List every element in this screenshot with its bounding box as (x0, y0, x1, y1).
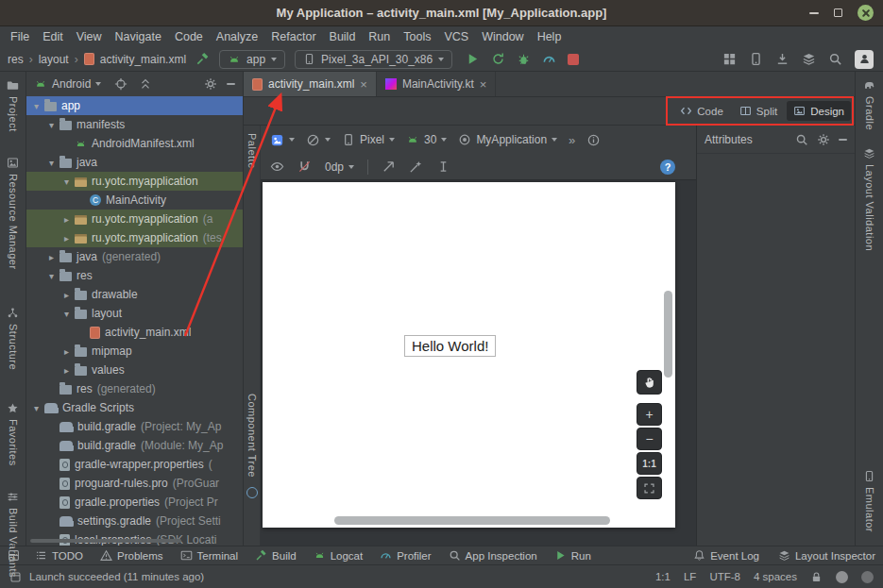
chevron-closed-icon[interactable]: ▸ (60, 233, 73, 244)
tool-window-button-event-log[interactable]: Event Log (693, 549, 759, 562)
pan-button[interactable] (637, 370, 662, 395)
status-circle-icon[interactable] (861, 571, 874, 583)
gear-icon[interactable] (204, 77, 217, 91)
breadcrumb-item[interactable]: activity_main.xml (100, 53, 186, 66)
menu-navigate[interactable]: Navigate (109, 26, 168, 47)
tool-stripe-gradle[interactable]: Gradle (863, 79, 875, 130)
device-manager-icon[interactable] (749, 52, 763, 66)
theme-selector[interactable]: MyApplication (458, 133, 557, 146)
chevron-open-icon[interactable]: ▾ (45, 158, 58, 168)
chevron-closed-icon[interactable]: ▸ (60, 346, 73, 357)
tree-item-res[interactable]: res(generated) (26, 379, 243, 398)
chevron-open-icon[interactable]: ▾ (45, 271, 58, 281)
collapse-all-icon[interactable] (139, 77, 152, 91)
textview-hello-world[interactable]: Hello World! (404, 335, 496, 357)
encoding-widget[interactable]: UTF-8 (709, 571, 740, 582)
tree-item-layout[interactable]: ▾layout (26, 304, 243, 323)
chevron-closed-icon[interactable]: ▸ (60, 365, 73, 376)
tree-item-settings-gradle[interactable]: settings.gradle(Project Setti (26, 512, 243, 530)
tree-item-androidmanifest-xml[interactable]: AndroidManifest.xml (26, 134, 243, 153)
breadcrumb-item[interactable]: layout (39, 53, 69, 66)
tree-item-gradle-scripts[interactable]: ▾Gradle Scripts (26, 398, 243, 417)
menu-tools[interactable]: Tools (397, 26, 437, 47)
close-tab-icon[interactable] (480, 78, 487, 91)
chevron-closed-icon[interactable]: ▸ (60, 214, 73, 225)
magic-wand-icon[interactable] (409, 160, 423, 174)
tree-item-ru-yotc-myapplication[interactable]: ▸ru.yotc.myapplication(tes (26, 228, 243, 247)
tool-window-button-run[interactable]: Run (554, 549, 591, 562)
tree-item-activity-main-xml[interactable]: activity_main.xml (26, 323, 243, 342)
chevron-open-icon[interactable]: ▾ (60, 176, 73, 187)
device-selector[interactable]: Pixel (342, 133, 395, 146)
tool-stripe-project[interactable]: Project (7, 79, 19, 132)
tree-item-app[interactable]: ▾app (26, 96, 243, 115)
menu-vcs[interactable]: VCS (437, 26, 475, 47)
search-icon[interactable] (795, 133, 808, 146)
project-view-selector[interactable]: Android (34, 77, 101, 91)
zoom-in-button[interactable]: + (637, 403, 662, 426)
line-ending-widget[interactable]: LF (684, 571, 696, 582)
tree-item-manifests[interactable]: ▾manifests (26, 115, 243, 134)
tool-window-button-logcat[interactable]: Logcat (314, 549, 364, 562)
tree-item-proguard-rules-pro[interactable]: proguard-rules.pro(ProGuar (26, 474, 243, 493)
hide-panel-icon[interactable] (839, 139, 847, 141)
menu-analyze[interactable]: Analyze (210, 26, 264, 47)
gear-icon[interactable] (817, 133, 830, 146)
tree-item-res[interactable]: ▾res (26, 266, 243, 285)
tree-item-java[interactable]: ▾java (26, 153, 243, 172)
tool-stripe-favorites[interactable]: Favorites (7, 402, 19, 466)
profile-button[interactable] (542, 52, 556, 66)
menu-edit[interactable]: Edit (36, 26, 70, 47)
tree-item-ru-yotc-myapplication[interactable]: ▾ru.yotc.myapplication (26, 172, 243, 191)
menu-run[interactable]: Run (362, 26, 397, 47)
build-project-icon[interactable] (195, 52, 210, 66)
chevron-open-icon[interactable]: ▾ (45, 120, 58, 130)
tree-item-java[interactable]: ▸java(generated) (26, 247, 243, 266)
view-mode-split[interactable]: Split (733, 101, 784, 121)
canvas-hscrollbar[interactable] (334, 516, 610, 525)
guidelines-icon[interactable] (382, 160, 396, 174)
menu-code[interactable]: Code (168, 26, 210, 47)
apply-changes-button[interactable] (491, 52, 505, 66)
tool-stripe-layout-validation[interactable]: Layout Validation (863, 147, 875, 251)
minimize-button[interactable] (809, 12, 819, 14)
tree-item-ru-yotc-myapplication[interactable]: ▸ru.yotc.myapplication(a (26, 210, 243, 228)
tool-windows-icon[interactable] (722, 52, 737, 66)
breadcrumb-item[interactable]: res (8, 53, 24, 66)
chevron-closed-icon[interactable]: ▸ (45, 252, 58, 262)
issues-panel-icon[interactable] (586, 133, 601, 147)
zoom-ratio-widget[interactable]: 1:1 (655, 571, 671, 582)
design-surface-selector[interactable] (270, 133, 295, 147)
menu-window[interactable]: Window (475, 26, 530, 47)
orientation-selector[interactable] (306, 133, 331, 147)
tree-item-mainactivity[interactable]: MainActivity (26, 191, 243, 210)
device-dropdown[interactable]: Pixel_3a_API_30_x86 (295, 50, 452, 69)
tool-stripe-resource-manager[interactable]: Resource Manager (7, 157, 19, 270)
component-tree-icon[interactable] (246, 487, 258, 498)
layout-inspector-icon[interactable] (802, 52, 816, 66)
overflow-icon[interactable] (569, 133, 575, 147)
tool-window-switcher-icon[interactable] (8, 549, 20, 562)
tool-window-button-terminal[interactable]: Terminal (180, 549, 238, 562)
locate-file-icon[interactable] (114, 77, 127, 91)
tool-window-button-app-inspection[interactable]: App Inspection (449, 549, 537, 562)
canvas-vscrollbar[interactable] (664, 291, 672, 378)
menu-build[interactable]: Build (323, 26, 363, 47)
api-version-selector[interactable]: 30 (406, 133, 447, 146)
hide-panel-icon[interactable] (227, 83, 235, 85)
chevron-closed-icon[interactable]: ▸ (60, 290, 73, 300)
tab-mainactivity-kt[interactable]: MainActivity.kt (377, 72, 496, 96)
indent-widget[interactable]: 4 spaces (754, 571, 797, 582)
tree-item-values[interactable]: ▸values (26, 361, 243, 379)
tool-window-button-build[interactable]: Build (255, 549, 297, 562)
menu-file[interactable]: File (4, 26, 36, 47)
device-screen[interactable]: Hello World! (263, 182, 675, 528)
palette-tab[interactable]: Palette (246, 133, 258, 169)
component-tree-tab[interactable]: Component Tree (246, 394, 258, 478)
close-tab-icon[interactable] (360, 78, 367, 91)
chevron-open-icon[interactable]: ▾ (30, 101, 42, 111)
tree-item-gradle-properties[interactable]: gradle.properties(Project Pr (26, 493, 243, 512)
tree-item-mipmap[interactable]: ▸mipmap (26, 342, 243, 361)
sdk-manager-icon[interactable] (775, 52, 790, 66)
run-configuration-dropdown[interactable]: app (219, 50, 285, 69)
